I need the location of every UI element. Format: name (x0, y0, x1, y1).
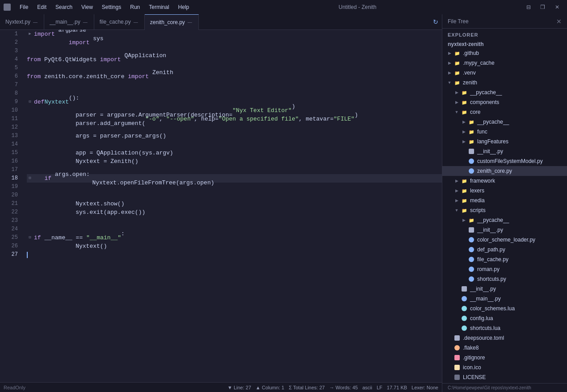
tree-item-init1[interactable]: ▶ __init__.py (442, 146, 567, 156)
chevron-icon: ▶ (453, 198, 460, 203)
tree-item-config-lua[interactable]: ▶ config.lua (442, 313, 567, 323)
tree-item-media[interactable]: ▶ 📁 media (442, 196, 567, 205)
menu-run[interactable]: Run (126, 2, 143, 12)
item-label: file_cache.py (477, 256, 508, 263)
menu-settings[interactable]: Settings (98, 2, 125, 12)
tree-item-pycache2[interactable]: ▶ 📁 __pycache__ (442, 117, 567, 127)
code-editor[interactable]: 1 2 3 4 5 6 7 8 9 10 11 12 13 14 15 16 1… (0, 30, 442, 382)
editor-area: Nyxtext.py — __main__.py — file_cache.py… (0, 14, 442, 392)
chevron-icon: ▼ (453, 208, 460, 213)
folder-icon: 📁 (460, 89, 468, 96)
item-label: LICENSE (463, 374, 486, 380)
item-label: zenith (463, 79, 477, 86)
tree-item-framework[interactable]: ▶ 📁 framework (442, 176, 567, 186)
tree-item-deepsource[interactable]: ▶ .deepsource.toml (442, 333, 567, 343)
tree-item-flake8[interactable]: ▶ .flake8 (442, 343, 567, 353)
tree-item-license[interactable]: ▶ LICENSE (442, 372, 567, 382)
item-label: __pycache__ (470, 89, 502, 96)
tree-item-core[interactable]: ▼ 📁 core (442, 107, 567, 117)
explorer-label: EXPLORER (442, 29, 567, 39)
line-num-17: 17 (5, 166, 18, 174)
tab-filecache[interactable]: file_cache.py — (94, 14, 145, 30)
tree-item-zenith[interactable]: ▼ 📁 zenith (442, 78, 567, 88)
item-label: __pycache__ (477, 119, 509, 125)
code-line-1: ▶ import argparse (27, 30, 442, 38)
tree-item-langfeatures[interactable]: ▶ 📁 langFeatures (442, 137, 567, 146)
cfg-icon (453, 345, 461, 351)
tab-sep: — (188, 20, 192, 25)
maximize-button[interactable]: ❐ (537, 3, 549, 12)
tab-main[interactable]: __main__.py — (44, 14, 94, 30)
tree-item-filecache[interactable]: ▶ file_cache.py (442, 254, 567, 264)
folder-icon: 📁 (460, 99, 468, 105)
py-icon (467, 276, 475, 282)
folder-icon: 📁 (453, 60, 461, 66)
tree-item-roman[interactable]: ▶ roman.py (442, 264, 567, 274)
item-label: roman.py (477, 266, 500, 272)
tree-item-components[interactable]: ▶ 📁 components (442, 97, 567, 107)
line-num-5: 5 (5, 64, 18, 72)
py-icon (460, 296, 468, 302)
filetree-close-button[interactable]: ✕ (556, 18, 562, 25)
close-button[interactable]: ✕ (551, 3, 563, 12)
tree-item-zenith-core[interactable]: ▶ zenith_core.py (442, 166, 567, 176)
folder-icon: 📁 (460, 178, 468, 184)
menu-edit[interactable]: Edit (34, 2, 50, 12)
code-lines[interactable]: ▶ import argparse import sys from PyQt6.… (23, 30, 442, 382)
tree-root: nyxtext-zenith (442, 39, 567, 48)
code-line-2: import sys (27, 38, 442, 47)
menu-search[interactable]: Search (52, 2, 76, 12)
tree-item-venv[interactable]: ▶ 📁 .venv (442, 68, 567, 78)
tree-item-gitignore[interactable]: ▶ .gitignore (442, 353, 567, 363)
item-label: lexers (470, 188, 484, 194)
tree-item-pycache3[interactable]: ▶ 📁 __pycache__ (442, 215, 567, 225)
tab-scroll-icon[interactable]: ↻ (433, 18, 438, 25)
tree-item-colorschemes-lua[interactable]: ▶ color_schemes.lua (442, 304, 567, 313)
tree-item-zenith-init[interactable]: ▶ __init__.py (442, 284, 567, 294)
folder-icon: 📁 (467, 217, 475, 223)
item-label: __pycache__ (477, 217, 509, 223)
tree-item-shortcuts-py[interactable]: ▶ shortcuts.py (442, 274, 567, 284)
line-num-1: 1 (5, 30, 18, 38)
statusbar: ReadOnly ▼ Line: 27 ▲ Column: 1 Σ Total … (0, 382, 442, 392)
line-num-6: 6 (5, 72, 18, 81)
menu-file[interactable]: File (16, 2, 32, 12)
line-num-19: 19 (5, 183, 18, 191)
tree-content[interactable]: ▶ 📁 .github ▶ 📁 .mypy_cache ▶ 📁 .venv ▼ … (442, 48, 567, 383)
menu-help[interactable]: Help (175, 2, 193, 12)
folder-icon: 📁 (467, 129, 475, 135)
menu-view[interactable]: View (78, 2, 97, 12)
py-icon (467, 148, 475, 154)
tree-item-colorscheme-loader[interactable]: ▶ color_scheme_loader.py (442, 235, 567, 245)
tree-item-lexers[interactable]: ▶ 📁 lexers (442, 186, 567, 196)
item-label: .mypy_cache (463, 60, 495, 66)
tree-item-func[interactable]: ▶ 📁 func (442, 127, 567, 137)
tree-item-scripts[interactable]: ▼ 📁 scripts (442, 205, 567, 215)
toml-icon (453, 335, 461, 341)
line-num-23: 23 (5, 217, 18, 225)
tree-item-shortcuts-lua[interactable]: ▶ shortcuts.lua (442, 323, 567, 333)
string: "FILE" (334, 115, 355, 123)
item-label: scripts (470, 207, 486, 213)
line-num-12: 12 (5, 123, 18, 132)
tree-item-pycache1[interactable]: ▶ 📁 __pycache__ (442, 88, 567, 97)
tree-item-icon-ico[interactable]: ▶ icon.ico (442, 363, 567, 372)
tab-zenith-core[interactable]: zenith_core.py — (145, 14, 199, 30)
chevron-icon: ▶ (460, 218, 467, 222)
tab-nyxtext[interactable]: Nyxtext.py — (0, 14, 44, 30)
tree-item-defpath[interactable]: ▶ def_path.py (442, 245, 567, 254)
minimize-button[interactable]: ⊟ (522, 3, 535, 12)
folder-icon: 📁 (467, 119, 475, 125)
tab-sep: — (33, 20, 38, 25)
tree-item-main-py[interactable]: ▶ __main__.py (442, 294, 567, 304)
tree-item-scripts-init[interactable]: ▶ __init__.py (442, 225, 567, 235)
file-tree: File Tree ✕ EXPLORER nyxtext-zenith ▶ 📁 … (442, 14, 567, 392)
tree-item-github[interactable]: ▶ 📁 .github (442, 48, 567, 58)
chevron-icon: ▼ (446, 80, 453, 85)
item-label: customFileSystemModel.py (477, 158, 543, 164)
total-lines: Σ Total Lines: 27 (289, 385, 325, 390)
tree-item-mypy-cache[interactable]: ▶ 📁 .mypy_cache (442, 58, 567, 68)
string: "-o" (145, 115, 159, 123)
menu-terminal[interactable]: Terminal (145, 2, 172, 12)
tree-item-customfs[interactable]: ▶ customFileSystemModel.py (442, 156, 567, 166)
